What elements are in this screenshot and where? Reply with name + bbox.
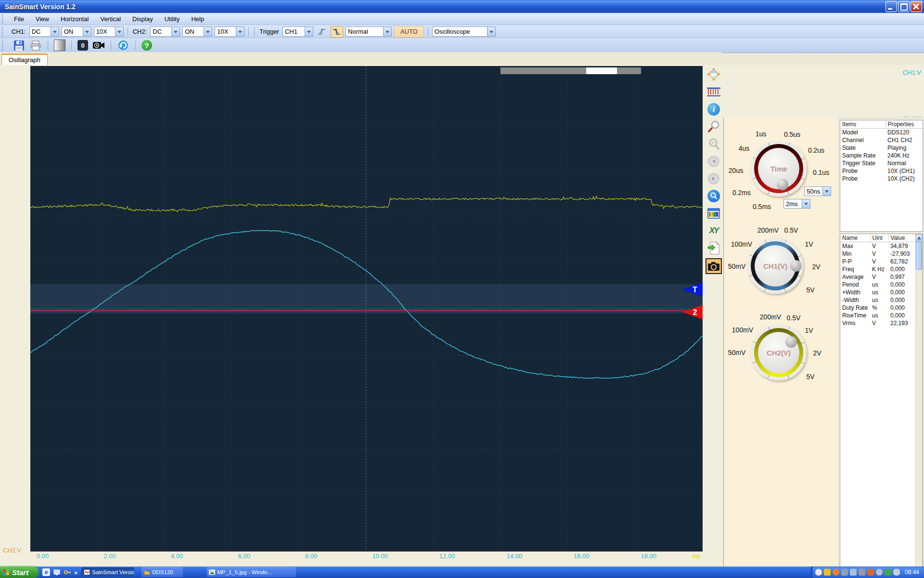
chevron-down-icon[interactable] bbox=[802, 199, 810, 208]
scroll-up-button[interactable] bbox=[915, 234, 923, 241]
menu-horizontal[interactable]: Horizontal bbox=[55, 15, 95, 23]
color-palette-icon[interactable] bbox=[706, 206, 721, 220]
tray-icon[interactable] bbox=[841, 569, 848, 576]
display-background-button[interactable] bbox=[54, 39, 65, 51]
table-cell: -Width bbox=[840, 296, 870, 304]
table-cell: -27,903 bbox=[888, 250, 915, 258]
falling-edge-icon[interactable] bbox=[331, 26, 343, 38]
ch1-coupling-select[interactable]: DC bbox=[29, 26, 59, 37]
quick-launch-overflow-icon[interactable]: » bbox=[74, 569, 77, 576]
menu-vertical[interactable]: Vertical bbox=[94, 15, 127, 23]
info-icon[interactable]: i bbox=[706, 102, 721, 116]
table-row: MinV-27,903 bbox=[840, 250, 915, 258]
screenshot-camera-icon[interactable] bbox=[706, 258, 722, 274]
redo-view-icon[interactable] bbox=[706, 171, 721, 185]
video-record-button[interactable] bbox=[92, 39, 105, 52]
table-cell: 0,000 bbox=[888, 312, 915, 319]
channel-toolbar: CH1: DC ON 10X CH2: DC ON 10X Trigger CH… bbox=[0, 25, 924, 38]
trigger-mode-select[interactable]: Normal bbox=[346, 26, 392, 37]
chevron-down-icon[interactable] bbox=[171, 27, 180, 36]
tray-icon[interactable] bbox=[893, 569, 900, 576]
refresh-button[interactable] bbox=[117, 39, 129, 52]
internet-explorer-icon[interactable]: e bbox=[42, 568, 50, 576]
tray-icon[interactable] bbox=[850, 569, 857, 576]
menu-help[interactable]: Help bbox=[185, 15, 210, 23]
auto-button[interactable]: AUTO bbox=[394, 26, 424, 38]
pan-view-icon[interactable] bbox=[706, 67, 721, 81]
undo-view-icon[interactable] bbox=[706, 154, 721, 168]
maximize-button[interactable] bbox=[898, 1, 910, 12]
ch1-state-select[interactable]: ON bbox=[62, 26, 91, 37]
table-cell: 0,000 bbox=[888, 296, 915, 304]
device-mode-select[interactable]: Oscilloscope bbox=[432, 26, 496, 37]
ch1-volts-knob[interactable]: CH1(V) 200mV0.5V100mV1V50mV2V5V bbox=[747, 238, 803, 294]
rising-edge-icon[interactable] bbox=[316, 26, 328, 38]
scope-canvas[interactable]: T2 bbox=[30, 66, 703, 552]
chevron-down-icon[interactable] bbox=[487, 27, 495, 36]
image-icon bbox=[209, 569, 215, 575]
task-button[interactable]: SainSmart Version 1.2 bbox=[81, 567, 134, 577]
table-row: VrmsV22,193 bbox=[840, 319, 915, 327]
scrollbar-thumb[interactable] bbox=[916, 242, 922, 270]
chevron-down-icon[interactable] bbox=[822, 187, 831, 196]
search-zoom-icon[interactable] bbox=[706, 189, 721, 203]
chevron-down-icon[interactable] bbox=[115, 27, 123, 36]
table-cell: 22,193 bbox=[888, 319, 915, 327]
menu-utility[interactable]: Utility bbox=[159, 15, 186, 23]
tray-icon[interactable] bbox=[859, 569, 865, 576]
task-button[interactable]: DDS120 bbox=[141, 567, 183, 577]
ch2-probe-select[interactable]: 10X bbox=[215, 26, 244, 37]
time-base-knob[interactable]: Time 1us0.5us0.2us0.1us4us20us0.2ms0.5ms bbox=[751, 141, 807, 197]
tray-icon[interactable] bbox=[876, 569, 883, 576]
zoom-in-icon[interactable] bbox=[706, 119, 721, 133]
menu-view[interactable]: View bbox=[30, 15, 55, 23]
task-button[interactable]: MP_1_5.jpg - Windo... bbox=[206, 567, 296, 577]
record-counter[interactable]: 0 bbox=[77, 40, 88, 51]
chevron-down-icon[interactable] bbox=[204, 27, 212, 36]
ch2-volts-knob[interactable]: CH2(V) 200mV0.5V100mV1V50mV2V5V bbox=[751, 325, 807, 381]
knob-scale-label: 2V bbox=[813, 349, 821, 357]
save-button[interactable] bbox=[13, 39, 25, 52]
chevron-down-icon[interactable] bbox=[305, 27, 313, 36]
tray-icon[interactable] bbox=[815, 569, 822, 576]
table-cell: V bbox=[870, 250, 888, 258]
system-tray: 08:44 bbox=[811, 566, 924, 578]
tray-icon[interactable] bbox=[867, 569, 874, 576]
zoom-out-icon[interactable] bbox=[706, 137, 721, 151]
close-button[interactable] bbox=[911, 1, 922, 12]
help-button[interactable]: ? bbox=[141, 40, 152, 51]
knob-scale-label: 5V bbox=[806, 373, 814, 381]
ch1-probe-select[interactable]: 10X bbox=[94, 26, 124, 37]
tray-icon[interactable] bbox=[885, 569, 891, 576]
tray-icon[interactable] bbox=[833, 569, 839, 576]
start-button[interactable]: Start bbox=[0, 566, 38, 578]
table-row: -Widthus0,000 bbox=[840, 296, 915, 304]
chevron-down-icon[interactable] bbox=[51, 27, 59, 36]
ch2-coupling-select[interactable]: DC bbox=[150, 26, 180, 37]
x-axis-label: 14.00 bbox=[507, 552, 523, 560]
minimize-button[interactable] bbox=[886, 1, 897, 12]
trigger-source-select[interactable]: CH1 bbox=[282, 26, 313, 37]
table-cell: 10X (CH1) bbox=[886, 167, 923, 175]
key-tool-icon[interactable] bbox=[64, 568, 71, 576]
scrollbar-track[interactable] bbox=[915, 241, 923, 572]
knob-scale-label: 0.2ms bbox=[732, 189, 751, 197]
time-fine-select[interactable]: 50ns bbox=[804, 186, 831, 196]
tray-icon[interactable] bbox=[824, 569, 831, 576]
chevron-down-icon[interactable] bbox=[83, 27, 91, 36]
ch2-state-select[interactable]: ON bbox=[182, 26, 212, 37]
xy-mode-icon[interactable]: XY bbox=[706, 223, 721, 237]
export-page-icon[interactable] bbox=[706, 241, 721, 255]
chevron-down-icon[interactable] bbox=[236, 27, 244, 36]
menu-display[interactable]: Display bbox=[127, 15, 159, 23]
tab-oscillograph[interactable]: Osillagraph bbox=[1, 53, 48, 66]
table-row: MaxV34,879 bbox=[840, 242, 915, 250]
knob-scale-label: 2V bbox=[812, 263, 820, 271]
show-desktop-icon[interactable] bbox=[53, 568, 61, 576]
sample-comb-icon[interactable] bbox=[706, 85, 721, 99]
chevron-down-icon[interactable] bbox=[383, 27, 391, 36]
menu-file[interactable]: File bbox=[8, 15, 30, 23]
table-cell: Average bbox=[840, 273, 870, 281]
time-base-select[interactable]: 2ms bbox=[783, 199, 810, 209]
print-button[interactable] bbox=[29, 39, 42, 52]
